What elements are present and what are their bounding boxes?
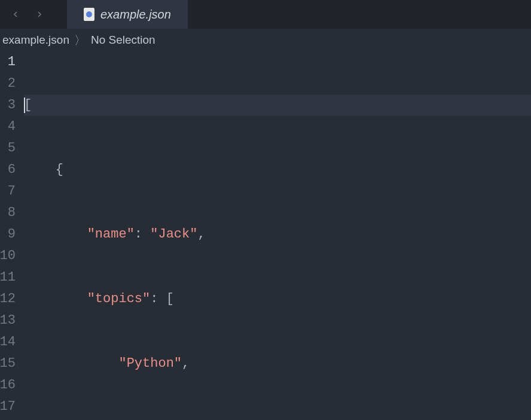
- code-line[interactable]: "topics": [: [24, 288, 531, 310]
- code-editor[interactable]: 1 2 3 4 5 6 7 8 9 10 11 12 13 14 15 16 1…: [0, 51, 531, 420]
- line-number[interactable]: 9: [0, 224, 17, 245]
- line-number[interactable]: 4: [0, 116, 17, 138]
- breadcrumb-file[interactable]: example.json: [2, 34, 69, 47]
- nav-buttons: [0, 8, 55, 20]
- chevron-right-icon: [35, 10, 44, 19]
- line-number[interactable]: 5: [0, 138, 17, 159]
- line-number[interactable]: 6: [0, 159, 17, 181]
- line-number[interactable]: 13: [0, 310, 17, 331]
- code-line[interactable]: "Python",: [24, 353, 531, 375]
- nav-back-button[interactable]: [10, 8, 22, 20]
- tab-filename: example.json: [100, 8, 171, 22]
- line-number[interactable]: 3: [0, 95, 17, 116]
- nav-forward-button[interactable]: [33, 8, 45, 20]
- line-number[interactable]: 12: [0, 288, 17, 310]
- line-number[interactable]: 14: [0, 331, 17, 353]
- breadcrumb-selection[interactable]: No Selection: [91, 34, 155, 47]
- line-number-gutter: 1 2 3 4 5 6 7 8 9 10 11 12 13 14 15 16 1…: [0, 51, 24, 420]
- json-file-icon: [84, 8, 94, 21]
- line-number[interactable]: 15: [0, 353, 17, 375]
- code-line[interactable]: "Data Structures and Algorithms": [24, 418, 531, 420]
- line-number[interactable]: 8: [0, 202, 17, 224]
- line-number[interactable]: 1: [0, 51, 17, 73]
- line-number[interactable]: 7: [0, 181, 17, 202]
- line-number[interactable]: 2: [0, 73, 17, 95]
- code-line[interactable]: {: [24, 159, 531, 181]
- breadcrumb-bar: example.json 〉 No Selection: [0, 29, 531, 51]
- line-number[interactable]: 17: [0, 396, 17, 418]
- toolbar: example.json: [0, 0, 531, 29]
- code-content[interactable]: [ { "name": "Jack", "topics": [ "Python"…: [24, 51, 531, 420]
- line-number[interactable]: 11: [0, 267, 17, 288]
- line-number[interactable]: 16: [0, 375, 17, 396]
- chevron-right-icon: 〉: [74, 32, 86, 48]
- editor-tab[interactable]: example.json: [67, 0, 188, 29]
- code-line[interactable]: "name": "Jack",: [24, 224, 531, 245]
- chevron-left-icon: [11, 10, 20, 19]
- line-number[interactable]: 10: [0, 245, 17, 267]
- code-line[interactable]: [: [24, 95, 531, 116]
